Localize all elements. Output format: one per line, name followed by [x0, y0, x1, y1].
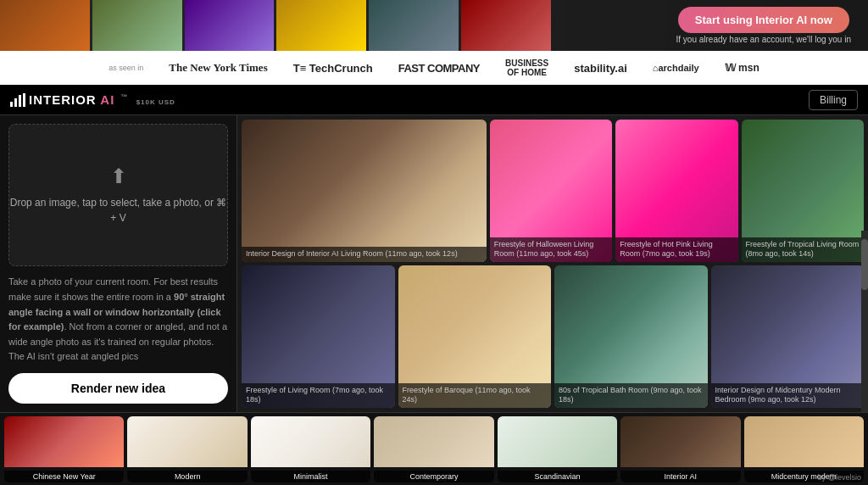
- gallery-caption-6: Freestyle of Baroque (11mo ago, took 24s…: [398, 383, 552, 408]
- start-cta-button[interactable]: Start using Interior AI now: [678, 7, 849, 33]
- logo-badge: $10K USD: [136, 98, 175, 106]
- watermark: by @levelsio: [818, 473, 861, 482]
- style-label-contemporary: Contemporary: [374, 471, 493, 482]
- upload-icon: ⬆: [110, 164, 127, 188]
- style-strip: Chinese New Year Modern Minimalist Conte…: [0, 412, 868, 485]
- press-logo-archdaily: ⌂archdaily: [653, 63, 699, 73]
- style-item-interior-ai[interactable]: Interior AI: [620, 416, 740, 482]
- upload-zone[interactable]: ⬆ Drop an image, tap to select, take a p…: [8, 124, 228, 266]
- gallery-row-1: Interior Design of Interior AI Living Ro…: [242, 120, 864, 262]
- style-label-minimalist: Minimalist: [251, 471, 370, 482]
- logo-ai: AI: [100, 92, 114, 107]
- gallery-item-1[interactable]: Interior Design of Interior AI Living Ro…: [242, 120, 487, 262]
- style-label-scandinavian: Scandinavian: [498, 471, 617, 482]
- gallery-item-7[interactable]: 80s of Tropical Bath Room (9mo ago, took…: [554, 265, 708, 408]
- hero-tile-2: [92, 0, 182, 51]
- press-logo-stability: stability.ai: [574, 62, 627, 75]
- style-label-interior-ai: Interior AI: [620, 471, 740, 482]
- style-item-contemporary[interactable]: Contemporary: [374, 416, 493, 482]
- hero-cta: Start using Interior AI now If you alrea…: [676, 7, 851, 44]
- style-image-chinese-new-year: [4, 416, 124, 467]
- logo-bar-4: [23, 93, 25, 107]
- style-image-interior-ai: [620, 416, 740, 467]
- hero-tile-4: [276, 0, 366, 51]
- gallery-area: Interior Design of Interior AI Living Ro…: [237, 115, 868, 412]
- gallery-item-5[interactable]: Freestyle of Living Room (7mo ago, took …: [242, 265, 395, 408]
- logo-bars: [10, 93, 25, 107]
- gallery-caption-2: Freestyle of Halloween Living Room (11mo…: [490, 237, 612, 262]
- app-logo: INTERIOR AI ™ $10K USD: [10, 92, 175, 107]
- press-logo-fastcompany: FAST COMPANY: [398, 62, 480, 75]
- logo-interior: INTERIOR: [29, 92, 97, 107]
- gallery-item-8[interactable]: Interior Design of Midcentury Modern Bed…: [711, 265, 865, 408]
- style-image-scandinavian: [498, 416, 617, 467]
- billing-button[interactable]: Billing: [809, 90, 858, 110]
- press-bar: as seen in The New York Times T≡ TechCru…: [0, 51, 868, 85]
- style-image-contemporary: [374, 416, 493, 467]
- app-header: INTERIOR AI ™ $10K USD Billing: [0, 85, 868, 115]
- hero-image-strip: [0, 0, 551, 51]
- style-item-chinese-new-year[interactable]: Chinese New Year: [4, 416, 124, 482]
- press-label: as seen in: [108, 64, 143, 72]
- upload-text: Drop an image, tap to select, take a pho…: [9, 195, 227, 226]
- gallery-item-2[interactable]: Freestyle of Halloween Living Room (11mo…: [490, 120, 612, 262]
- gallery-item-6[interactable]: Freestyle of Baroque (11mo ago, took 24s…: [398, 265, 552, 408]
- gallery-caption-8: Interior Design of Midcentury Modern Bed…: [711, 383, 865, 408]
- press-logo-msn: 𝕎 msn: [725, 62, 760, 74]
- gallery-caption-7: 80s of Tropical Bath Room (9mo ago, took…: [554, 383, 708, 408]
- gallery-caption-4: Freestyle of Tropical Living Room (8mo a…: [742, 237, 864, 262]
- render-button[interactable]: Render new idea: [8, 373, 228, 404]
- scroll-thumb: [861, 239, 868, 290]
- main-area: ⬆ Drop an image, tap to select, take a p…: [0, 115, 868, 412]
- gallery-row-2: Freestyle of Living Room (7mo ago, took …: [242, 265, 864, 408]
- gallery-item-3[interactable]: Freestyle of Hot Pink Living Room (7mo a…: [615, 120, 737, 262]
- gallery-caption-1: Interior Design of Interior AI Living Ro…: [242, 247, 487, 262]
- style-label-chinese-new-year: Chinese New Year: [4, 471, 124, 482]
- style-image-minimalist: [251, 416, 370, 467]
- logo-bar-2: [14, 98, 17, 107]
- hero-tile-3: [185, 0, 275, 51]
- gallery-image-1: [242, 120, 487, 262]
- logo-bar-3: [19, 95, 21, 107]
- style-item-minimalist[interactable]: Minimalist: [251, 416, 370, 482]
- hero-banner: Start using Interior AI now If you alrea…: [0, 0, 868, 51]
- gallery-item-4[interactable]: Freestyle of Tropical Living Room (8mo a…: [742, 120, 864, 262]
- gallery-caption-5: Freestyle of Living Room (7mo ago, took …: [242, 383, 395, 408]
- style-item-midcentury[interactable]: Midcentury modern: [744, 416, 864, 482]
- gallery-caption-3: Freestyle of Hot Pink Living Room (7mo a…: [615, 237, 737, 262]
- hero-tile-1: [0, 0, 90, 51]
- style-image-midcentury: [744, 416, 864, 467]
- logo-text: INTERIOR AI ™ $10K USD: [29, 92, 175, 107]
- hero-tile-6: [461, 0, 551, 51]
- press-logo-techcrunch: T≡ TechCrunch: [293, 62, 373, 75]
- style-label-modern: Modern: [127, 471, 247, 482]
- style-image-modern: [127, 416, 247, 467]
- press-logo-boh: BUSINESSOF HOME: [505, 59, 548, 77]
- upload-tip: Take a photo of your current room. For b…: [8, 275, 228, 365]
- press-logo-nyt: The New York Times: [169, 61, 267, 75]
- logo-tm: ™: [120, 93, 128, 101]
- style-item-modern[interactable]: Modern: [127, 416, 247, 482]
- style-item-scandinavian[interactable]: Scandinavian: [498, 416, 617, 482]
- hero-tile-5: [369, 0, 459, 51]
- cta-subtext: If you already have an account, we'll lo…: [676, 35, 851, 44]
- left-sidebar: ⬆ Drop an image, tap to select, take a p…: [0, 115, 237, 412]
- logo-bar-1: [10, 102, 13, 107]
